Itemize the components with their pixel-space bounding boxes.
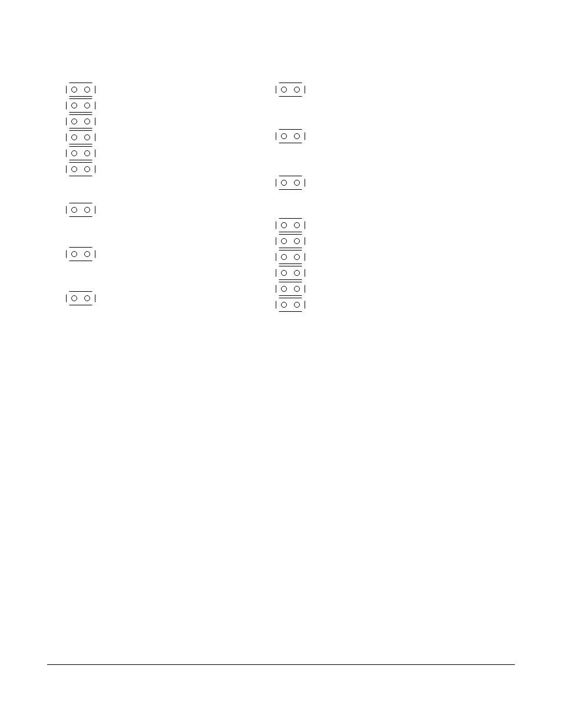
jumper-icon [66,130,95,144]
jumper-icon [66,83,95,97]
jumper-icon [276,129,305,143]
jumper-icon [276,176,305,190]
jumper-icon [66,162,95,176]
footer-rule [47,664,515,665]
jumper-icon [276,234,305,248]
jumper-icon [66,146,95,160]
jumper-icon [276,250,305,264]
jumper-icon [66,203,95,217]
jumper-icon [276,83,305,97]
jumper-icon [276,218,305,232]
jumper-icon [66,291,95,305]
jumper-icon [66,98,95,113]
jumper-icon [66,247,95,261]
jumper-icon [276,282,305,296]
jumper-icon [276,298,305,312]
jumper-icon [66,114,95,129]
jumper-icon [276,266,305,280]
